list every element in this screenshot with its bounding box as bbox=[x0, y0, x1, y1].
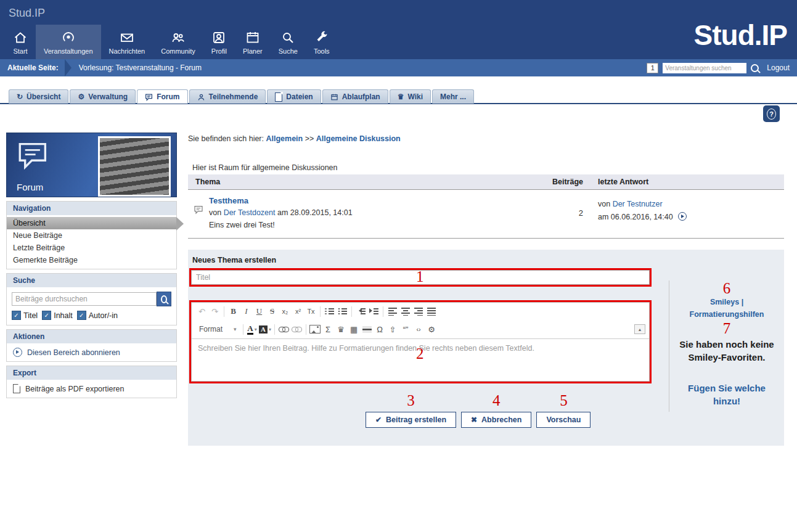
nav-item-profil[interactable]: Profil bbox=[203, 25, 235, 59]
nav-item-tools[interactable]: Tools bbox=[306, 25, 338, 59]
table-button[interactable]: ▦ bbox=[348, 322, 361, 336]
redo-icon[interactable]: ↷ bbox=[208, 305, 221, 318]
breadcrumb-prefix: Sie befinden sich hier: bbox=[188, 134, 264, 143]
forum-bubble-icon bbox=[145, 93, 153, 101]
tab-uebersicht[interactable]: ↻ Übersicht bbox=[9, 89, 68, 104]
app-header: Stud.IP Start Veranstaltungen Nachrichte… bbox=[0, 0, 797, 59]
nav-item-community[interactable]: Community bbox=[153, 25, 203, 59]
breadcrumb-link-allgemein[interactable]: Allgemein bbox=[266, 134, 303, 143]
preview-button[interactable]: Vorschau bbox=[536, 412, 591, 428]
schedule-icon bbox=[330, 93, 338, 101]
image-button[interactable] bbox=[309, 322, 322, 336]
collapse-toolbar-button[interactable]: ▴ bbox=[634, 324, 645, 334]
format-help-link[interactable]: Formatierungshilfen bbox=[690, 310, 764, 319]
author-link[interactable]: Der Testdozent bbox=[224, 208, 276, 217]
form-title: Neues Thema erstellen bbox=[192, 256, 669, 264]
annotation-box-1: 1 bbox=[189, 268, 652, 287]
editor-toolbar-row-1: ↶ ↷ B I U S x₂ x² Tx bbox=[192, 303, 649, 321]
blockquote-button[interactable]: “” bbox=[399, 322, 412, 336]
align-right-button[interactable] bbox=[412, 305, 425, 318]
nav-item-planer[interactable]: Planer bbox=[235, 25, 271, 59]
source-button[interactable]: ‹› bbox=[412, 322, 425, 336]
underline-button[interactable]: U bbox=[253, 305, 266, 318]
special-char-button[interactable]: Ω bbox=[374, 322, 386, 336]
help-button[interactable]: ? bbox=[763, 105, 780, 122]
forum-search-input[interactable] bbox=[12, 292, 157, 306]
nav-item-veranstaltungen[interactable]: Veranstaltungen bbox=[36, 25, 101, 59]
logout-link[interactable]: Logout bbox=[767, 63, 790, 72]
outdent-button[interactable] bbox=[354, 305, 367, 318]
checkbox-inhalt[interactable]: ✓ bbox=[42, 311, 51, 320]
sidebar-item-uebersicht[interactable]: Übersicht bbox=[7, 217, 176, 229]
bold-button[interactable]: B bbox=[227, 305, 240, 318]
remove-format-button[interactable]: Tx bbox=[304, 305, 317, 318]
nav-item-suche[interactable]: Suche bbox=[271, 25, 306, 59]
tab-teilnehmende[interactable]: Teilnehmende bbox=[189, 89, 266, 104]
numbered-list-icon bbox=[325, 308, 334, 315]
smileys-link[interactable]: Smileys bbox=[710, 298, 739, 306]
last-answer-author-link[interactable]: Der Testnutzer bbox=[613, 200, 663, 208]
breadcrumb-link-diskussion[interactable]: Allgemeine Diskussion bbox=[316, 134, 401, 143]
export-pdf-link[interactable]: Beiträge als PDF exportieren bbox=[7, 380, 176, 398]
tab-ablaufplan[interactable]: Ablaufplan bbox=[322, 89, 388, 104]
forum-bubble-logo-icon bbox=[14, 138, 52, 176]
sidebar-item-neue-beitraege[interactable]: Neue Beiträge bbox=[7, 229, 176, 242]
submit-post-button[interactable]: ✔ Beitrag erstellen bbox=[366, 412, 456, 428]
course-search-input[interactable] bbox=[663, 63, 746, 73]
check-icon: ✔ bbox=[375, 415, 382, 424]
checkbox-autor[interactable]: ✓ bbox=[77, 311, 86, 320]
text-color-button[interactable]: A▾ bbox=[246, 322, 259, 336]
wiki-button[interactable]: ♛ bbox=[335, 322, 348, 336]
wrench-icon bbox=[314, 29, 329, 46]
indent-button[interactable] bbox=[367, 305, 380, 318]
topic-title-link[interactable]: Testthema bbox=[209, 196, 248, 205]
numbered-list-button[interactable] bbox=[323, 305, 336, 318]
unlink-button[interactable] bbox=[290, 322, 303, 336]
page: Stud.IP Start Veranstaltungen Nachrichte… bbox=[0, 0, 797, 532]
nav-label: Nachrichten bbox=[109, 47, 145, 55]
editor-placeholder: Schreiben Sie hier Ihren Beitrag. Hilfe … bbox=[198, 344, 534, 353]
toolbar-separator bbox=[243, 324, 243, 335]
annotation-1: 1 bbox=[416, 268, 424, 285]
tab-mehr[interactable]: Mehr ... bbox=[432, 89, 474, 104]
tab-forum[interactable]: Forum bbox=[137, 89, 187, 104]
bullet-list-button[interactable] bbox=[336, 305, 349, 318]
upload-button[interactable]: ⇧ bbox=[386, 322, 399, 336]
link-button[interactable] bbox=[277, 322, 290, 336]
add-smileys-link[interactable]: Fügen Sie welche hinzu! bbox=[676, 382, 778, 407]
formula-button[interactable]: Σ bbox=[322, 322, 335, 336]
tab-label: Übersicht bbox=[27, 92, 60, 101]
tab-verwaltung[interactable]: ⚙ Verwaltung bbox=[70, 89, 136, 104]
wiki-crown-icon: ♛ bbox=[398, 93, 404, 100]
search-submit-icon[interactable] bbox=[751, 64, 759, 72]
undo-icon[interactable]: ↶ bbox=[195, 305, 208, 318]
strikethrough-button[interactable]: S bbox=[266, 305, 279, 318]
align-left-button[interactable] bbox=[386, 305, 399, 318]
checkbox-label-inhalt: Inhalt bbox=[54, 311, 73, 320]
sidebar-item-letzte-beitraege[interactable]: Letzte Beiträge bbox=[7, 242, 176, 254]
forum-search-button[interactable] bbox=[157, 292, 171, 306]
goto-last-post-icon[interactable] bbox=[678, 212, 687, 221]
italic-button[interactable]: I bbox=[240, 305, 253, 318]
subscribe-area-link[interactable]: Diesen Bereich abonnieren bbox=[7, 343, 176, 361]
sidebar-navigation-box: Navigation Übersicht Neue Beiträge Letzt… bbox=[6, 201, 177, 269]
horizontal-rule-button[interactable] bbox=[361, 322, 374, 336]
align-center-button[interactable] bbox=[399, 305, 412, 318]
background-color-button[interactable]: A▾ bbox=[259, 322, 272, 336]
subscript-button[interactable]: x₂ bbox=[279, 305, 292, 318]
tab-dateien[interactable]: Dateien bbox=[267, 89, 321, 104]
author-prefix: von bbox=[209, 208, 221, 217]
format-dropdown[interactable]: Format ▾ bbox=[195, 325, 240, 334]
checkbox-titel[interactable]: ✓ bbox=[12, 311, 21, 320]
tab-wiki[interactable]: ♛ Wiki bbox=[390, 89, 431, 104]
superscript-button[interactable]: x² bbox=[292, 305, 304, 318]
annotation-6: 6 bbox=[723, 280, 731, 296]
nav-item-start[interactable]: Start bbox=[5, 25, 36, 59]
sidebar-item-gemerkte-beitraege[interactable]: Gemerkte Beiträge bbox=[7, 254, 176, 266]
justify-button[interactable] bbox=[425, 305, 438, 318]
nav-label: Community bbox=[161, 47, 195, 55]
cancel-button[interactable]: ✖ Abbrechen bbox=[461, 412, 531, 428]
editor-content-area[interactable]: 2 Schreiben Sie hier Ihren Beitrag. Hilf… bbox=[192, 338, 649, 381]
nav-item-nachrichten[interactable]: Nachrichten bbox=[101, 25, 153, 59]
plugins-button[interactable]: ⚙ bbox=[425, 322, 438, 336]
